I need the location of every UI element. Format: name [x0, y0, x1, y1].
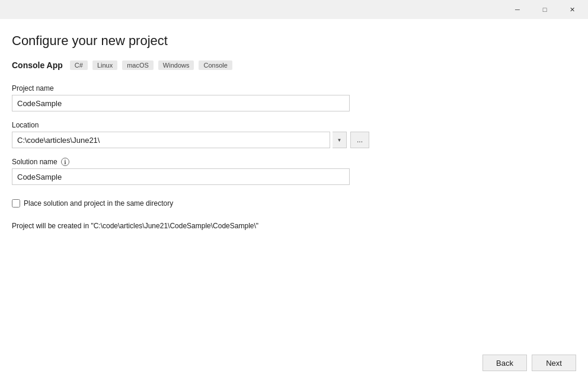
next-button[interactable]: Next	[532, 355, 576, 371]
title-bar: ─ □ ✕	[0, 0, 588, 19]
maximize-button[interactable]: □	[531, 0, 558, 19]
location-input[interactable]	[12, 132, 330, 148]
location-group: Location ▼ ...	[12, 121, 576, 148]
project-name-label: Project name	[12, 84, 576, 92]
location-row: ▼ ...	[12, 132, 576, 148]
app-header: Console App C# Linux macOS Windows Conso…	[12, 60, 576, 70]
location-label: Location	[12, 121, 576, 129]
close-button[interactable]: ✕	[558, 0, 586, 19]
same-directory-label[interactable]: Place solution and project in the same d…	[24, 199, 173, 208]
solution-name-label: Solution name ℹ	[12, 158, 576, 166]
project-name-group: Project name	[12, 84, 576, 111]
solution-name-input[interactable]	[12, 168, 350, 185]
tag-linux: Linux	[92, 60, 117, 70]
solution-name-group: Solution name ℹ	[12, 158, 576, 185]
project-name-input[interactable]	[12, 95, 350, 111]
tag-csharp: C#	[70, 60, 88, 70]
footer: Back Next	[482, 355, 576, 371]
same-directory-checkbox[interactable]	[12, 199, 20, 208]
info-icon[interactable]: ℹ	[61, 158, 69, 166]
project-path-info: Project will be created in "C:\code\arti…	[12, 222, 576, 230]
same-directory-row: Place solution and project in the same d…	[12, 199, 576, 208]
main-content: Configure your new project Console App C…	[0, 19, 588, 383]
tag-macos: macOS	[122, 60, 154, 70]
back-button[interactable]: Back	[482, 355, 527, 371]
chevron-down-icon: ▼	[337, 138, 342, 143]
location-dropdown-button[interactable]: ▼	[333, 132, 347, 148]
app-name: Console App	[12, 60, 63, 70]
tag-console: Console	[199, 60, 232, 70]
browse-button[interactable]: ...	[350, 132, 369, 148]
minimize-button[interactable]: ─	[504, 0, 531, 19]
tag-windows: Windows	[158, 60, 194, 70]
page-title: Configure your new project	[12, 33, 576, 49]
